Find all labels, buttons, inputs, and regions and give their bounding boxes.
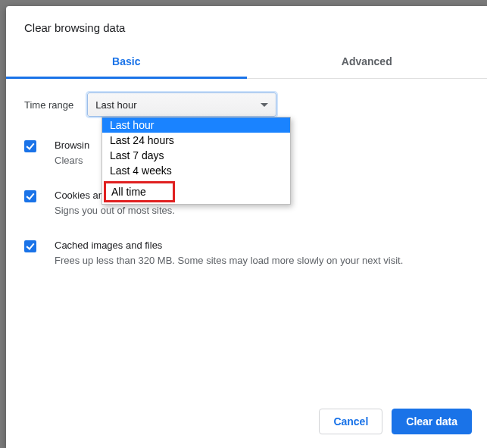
tabs: Basic Advanced (6, 46, 487, 79)
tab-advanced[interactable]: Advanced (247, 46, 488, 78)
item-subtitle: Clears (55, 153, 89, 168)
item-title: Cached images and files (55, 238, 403, 253)
item-subtitle: Signs you out of most sites. (55, 203, 175, 218)
chevron-down-icon (261, 103, 268, 107)
time-range-label: Time range (24, 99, 73, 111)
dialog-footer: Cancel Clear data (6, 399, 487, 448)
option-all-time[interactable]: All time (104, 181, 175, 202)
clear-browsing-data-dialog: Clear browsing data Basic Advanced Time … (6, 6, 487, 448)
checkbox-cookies[interactable] (24, 190, 36, 202)
option-last-4-weeks[interactable]: Last 4 weeks (102, 163, 290, 178)
time-range-row: Time range Last hour (24, 92, 469, 117)
time-range-select[interactable]: Last hour (87, 92, 276, 117)
checkbox-cached[interactable] (24, 240, 36, 252)
item-title: Browsin (55, 138, 89, 153)
clear-data-button[interactable]: Clear data (392, 409, 472, 434)
checkbox-browsing-history[interactable] (24, 140, 36, 152)
tab-basic[interactable]: Basic (6, 46, 247, 78)
dialog-content: Time range Last hour Last hour Last 24 h… (6, 79, 487, 399)
item-cached: Cached images and files Frees up less th… (24, 238, 469, 268)
time-range-dropdown: Last hour Last 24 hours Last 7 days Last… (101, 117, 291, 205)
dialog-title: Clear browsing data (6, 6, 487, 46)
item-subtitle: Frees up less than 320 MB. Some sites ma… (55, 253, 403, 268)
cancel-button[interactable]: Cancel (319, 409, 382, 434)
time-range-value: Last hour (95, 99, 136, 111)
option-last-24-hours[interactable]: Last 24 hours (102, 133, 290, 148)
option-last-hour[interactable]: Last hour (102, 117, 290, 133)
option-last-7-days[interactable]: Last 7 days (102, 148, 290, 163)
